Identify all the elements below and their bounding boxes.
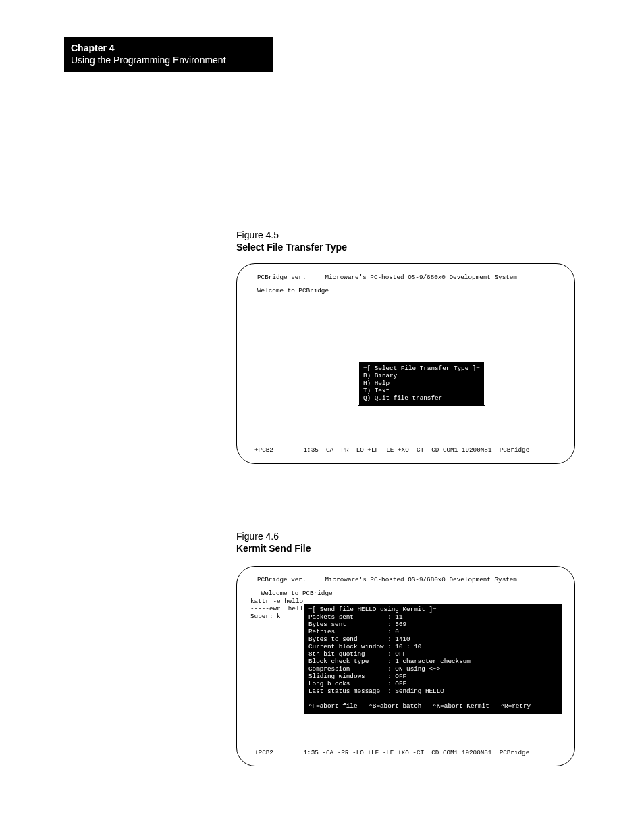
stat-block-window: Current block window : 10 : 10 — [308, 643, 558, 650]
stat-block-check: Block check type : 1 character checksum — [308, 658, 558, 665]
stat-long-blocks: Long blocks : OFF — [308, 680, 558, 687]
stat-retries: Retries : 0 — [308, 628, 558, 635]
figure-number: Figure 4.5 — [236, 230, 347, 240]
file-transfer-type-menu: =[ Select File Transfer Type ]= B) Binar… — [358, 361, 485, 405]
figure-4-6-label: Figure 4.6 Kermit Send File — [236, 531, 311, 554]
menu-title: =[ Select File Transfer Type ]= — [363, 365, 480, 372]
figure-caption: Kermit Send File — [236, 543, 311, 554]
welcome-text: Welcome to PCBridge — [257, 590, 333, 597]
chapter-number: Chapter 4 — [71, 43, 267, 53]
stat-bytes-sent: Bytes sent : 569 — [308, 621, 558, 628]
kermit-send-panel: =[ Send file HELLO using Kermit ]= Packe… — [304, 604, 562, 714]
menu-item-binary[interactable]: B) Binary — [363, 372, 480, 380]
stat-bytes-to-send: Bytes to send : 1410 — [308, 635, 558, 643]
stat-8th-bit: 8th bit quoting : OFF — [308, 650, 558, 658]
status-bar: +PCB2 1:35 -CA -PR -LO +LF -LE +XO -CT C… — [254, 446, 529, 454]
pcbridge-header: PCBridge ver. Microware's PC-hosted OS-9… — [257, 576, 517, 583]
figure-4-6-screen: PCBridge ver. Microware's PC-hosted OS-9… — [236, 566, 575, 766]
stat-compression: Compression : ON using <~> — [308, 665, 558, 673]
menu-item-text[interactable]: T) Text — [363, 387, 480, 394]
panel-title: =[ Send file HELLO using Kermit ]= — [308, 606, 558, 613]
figure-caption: Select File Transfer Type — [236, 242, 347, 253]
super-prompt: Super: k — [250, 613, 281, 620]
welcome-text: Welcome to PCBridge — [257, 287, 329, 294]
figure-4-5-label: Figure 4.5 Select File Transfer Type — [236, 230, 347, 253]
status-bar: +PCB2 1:35 -CA -PR -LO +LF -LE +XO -CT C… — [254, 749, 529, 756]
stat-packets-sent: Packets sent : 11 — [308, 613, 558, 621]
stat-last-message: Last status message : Sending HELLO — [308, 687, 558, 695]
figure-4-5-screen: PCBridge ver. Microware's PC-hosted OS-9… — [236, 263, 575, 464]
chapter-subtitle: Using the Programming Environment — [71, 55, 267, 66]
menu-item-help[interactable]: H) Help — [363, 380, 480, 387]
menu-item-quit[interactable]: Q) Quit file transfer — [363, 394, 480, 402]
ewr-output: -----ewr hell — [250, 605, 303, 613]
blank-line — [308, 695, 558, 702]
pcbridge-header: PCBridge ver. Microware's PC-hosted OS-9… — [257, 273, 517, 281]
stat-sliding-windows: Sliding windows : OFF — [308, 673, 558, 680]
figure-number: Figure 4.6 — [236, 531, 311, 542]
kattr-command: kattr -e hello — [250, 598, 303, 605]
chapter-header: Chapter 4 Using the Programming Environm… — [64, 37, 273, 72]
key-hints: ^F=abort file ^B=abort batch ^K=abort Ke… — [308, 702, 558, 710]
